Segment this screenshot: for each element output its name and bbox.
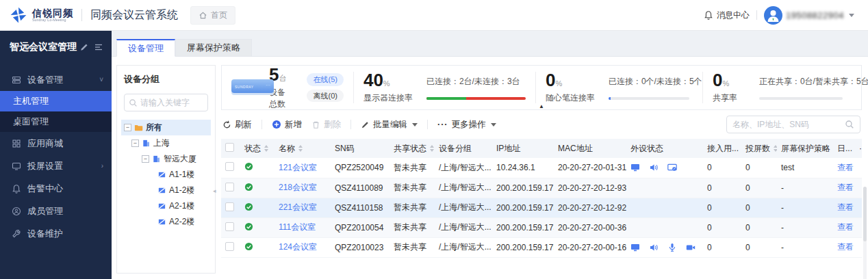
- tab-content: 设备分组 − 所有: [112, 56, 868, 279]
- display-icon: [630, 163, 640, 172]
- col-mac: MAC地址: [554, 139, 626, 158]
- stat-share-rate: 0% 共享率 正在共享：0台/暂未共享：5台: [702, 72, 868, 103]
- camera-icon: [686, 243, 695, 252]
- brand-subtitle: Sundray Co-Meeting: [32, 18, 69, 23]
- sidebar-item-host-mgmt[interactable]: 主机管理: [0, 91, 112, 111]
- home-icon: [199, 11, 207, 20]
- vertical-scrollbar[interactable]: [863, 187, 867, 279]
- batch-edit-button[interactable]: 批量编辑: [361, 119, 418, 131]
- building-icon: [152, 155, 161, 163]
- col-users[interactable]: 接入用...: [703, 139, 741, 158]
- sidebar-item-member-mgmt[interactable]: 成员管理: [0, 200, 112, 222]
- view-log-link[interactable]: 查看: [837, 183, 854, 192]
- room-name-link[interactable]: 221会议室: [279, 202, 317, 212]
- col-casts[interactable]: 投屏数: [741, 139, 777, 158]
- col-settings[interactable]: ···: [855, 139, 862, 158]
- row-checkbox[interactable]: [225, 183, 234, 191]
- table-toolbar: 刷新 新增 删除: [221, 110, 862, 139]
- delete-button[interactable]: 删除: [311, 119, 341, 131]
- home-button[interactable]: 首页: [190, 6, 235, 25]
- table-search-input[interactable]: [732, 120, 841, 129]
- room-name-link[interactable]: 121会议室: [279, 163, 317, 172]
- tab-screensaver-policy[interactable]: 屏幕保护策略: [175, 39, 252, 57]
- sort-icon[interactable]: [430, 145, 434, 152]
- tree-node-building[interactable]: − 智远大厦: [124, 151, 208, 167]
- col-share[interactable]: 共享状态: [390, 139, 435, 158]
- device-image: SUNDRAY ···: [231, 77, 261, 98]
- account-caret-icon: [849, 14, 854, 17]
- offline-badge: 离线(0): [307, 90, 343, 102]
- row-checkbox[interactable]: [225, 202, 234, 211]
- col-name[interactable]: 名称: [275, 139, 331, 158]
- tab-device-mgmt[interactable]: 设备管理: [116, 39, 175, 57]
- group-search-input[interactable]: [140, 98, 202, 107]
- sidebar-item-app-store[interactable]: 应用商城: [0, 132, 112, 155]
- sidebar-item-label: 设备管理: [27, 74, 93, 86]
- monitor-rate-label: 显示器连接率: [363, 92, 416, 104]
- view-log-link[interactable]: 查看: [837, 202, 854, 212]
- tree-node-floor[interactable]: A2-2楼: [124, 214, 208, 230]
- col-sn: SN码: [331, 139, 390, 158]
- sort-icon[interactable]: [264, 145, 268, 152]
- tree-node-shanghai[interactable]: − 上海: [124, 135, 208, 151]
- tree-node-floor[interactable]: A1-2楼: [124, 183, 208, 198]
- edit-icon[interactable]: [79, 42, 89, 52]
- row-checkbox[interactable]: [225, 222, 234, 231]
- sort-icon[interactable]: [774, 145, 777, 152]
- add-button[interactable]: 新增: [272, 119, 302, 131]
- brand-name: 信锐同频: [32, 8, 73, 18]
- table-row: 111会议室 QPZ2010054 暂未共享 /上海/智远大... 200.20…: [221, 217, 862, 237]
- message-center-label: 消息中心: [717, 10, 750, 21]
- tree-node-all[interactable]: − 所有: [121, 120, 211, 135]
- tree-node-floor[interactable]: A1-1楼: [124, 167, 208, 183]
- tree-toggle-icon[interactable]: −: [131, 140, 139, 147]
- panel-resize-handle[interactable]: ◂: [213, 186, 218, 196]
- dropdown-caret-icon: [491, 123, 496, 127]
- refresh-button[interactable]: 刷新: [222, 119, 252, 131]
- tree-node-floor[interactable]: A2-1楼: [124, 198, 208, 214]
- table-row: 218会议室 QSZ4110089 暂未共享 /上海/智远大... 200.20…: [221, 178, 862, 198]
- pen-rate-label: 随心笔连接率: [546, 92, 598, 104]
- monitor-rate-bar: [426, 97, 526, 100]
- sidebar-item-label: 告警中心: [27, 183, 103, 195]
- room-name-link[interactable]: 111会议室: [279, 222, 316, 232]
- sort-icon[interactable]: [298, 145, 303, 152]
- monitor-rate-value: 40: [363, 70, 383, 90]
- col-status[interactable]: 状态: [240, 139, 275, 158]
- group-tree: − 所有 − 上海 −: [124, 120, 208, 230]
- sidebar-item-label: 成员管理: [27, 205, 103, 217]
- message-center-button[interactable]: 消息中心: [704, 10, 750, 21]
- row-checkbox[interactable]: [225, 242, 234, 251]
- account-menu[interactable]: 19508822904: [764, 6, 854, 25]
- sidebar-item-desktop-mgmt[interactable]: 桌面管理: [0, 111, 112, 132]
- sidebar-item-device-maintenance[interactable]: 设备维护: [0, 222, 112, 245]
- topbar-separator: [756, 10, 757, 20]
- sidebar-item-alert-center[interactable]: 告警中心: [0, 177, 112, 200]
- col-group: 设备分组: [435, 139, 492, 158]
- scrollbar-thumb[interactable]: [863, 187, 867, 241]
- tree-toggle-icon[interactable]: −: [124, 124, 131, 131]
- collapse-menu-icon[interactable]: [94, 42, 103, 52]
- room-name-link[interactable]: 218会议室: [279, 183, 317, 192]
- wrench-icon: [12, 229, 21, 239]
- bell-icon: [704, 10, 713, 21]
- view-log-link[interactable]: 查看: [837, 222, 854, 232]
- view-log-link[interactable]: 查看: [837, 242, 854, 252]
- group-panel-title: 设备分组: [124, 73, 208, 85]
- member-icon: [12, 207, 21, 216]
- tree-node-label: A1-1楼: [169, 169, 194, 181]
- avatar: [764, 6, 782, 25]
- select-all-checkbox[interactable]: [225, 143, 234, 152]
- sidebar-item-device-mgmt[interactable]: 设备管理 ˅: [0, 68, 112, 91]
- row-checkbox[interactable]: [225, 162, 234, 171]
- pen-display-icon: [667, 163, 677, 172]
- stats-collapse-arrow[interactable]: ▲: [539, 104, 544, 109]
- microphone-icon: [667, 243, 677, 252]
- sidebar-item-cast-settings[interactable]: 投屏设置 ›: [0, 155, 112, 177]
- room-name-link[interactable]: 124会议室: [279, 242, 317, 252]
- view-log-link[interactable]: 查看: [837, 163, 854, 172]
- tree-toggle-icon[interactable]: −: [142, 155, 149, 163]
- pen-rate-detail: 已连接：0个/未连接：5个: [609, 76, 702, 88]
- chevron-right-icon: ›: [101, 162, 103, 170]
- more-actions-button[interactable]: ··· 更多操作: [437, 119, 496, 131]
